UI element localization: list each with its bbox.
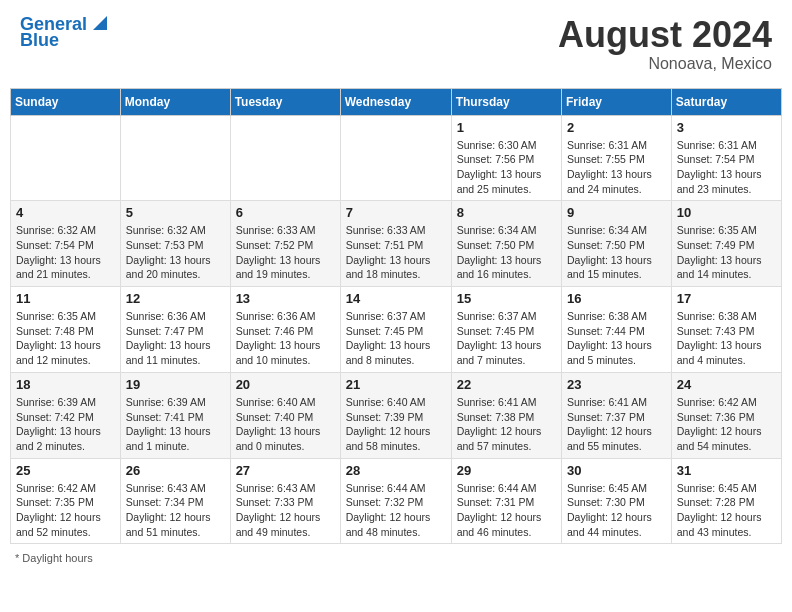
day-info: Sunrise: 6:38 AMSunset: 7:44 PMDaylight:…: [567, 309, 666, 368]
day-info: Sunrise: 6:41 AMSunset: 7:38 PMDaylight:…: [457, 395, 556, 454]
calendar-cell: 11Sunrise: 6:35 AMSunset: 7:48 PMDayligh…: [11, 287, 121, 373]
day-number: 27: [236, 463, 335, 478]
calendar-cell: 7Sunrise: 6:33 AMSunset: 7:51 PMDaylight…: [340, 201, 451, 287]
day-number: 3: [677, 120, 776, 135]
day-number: 19: [126, 377, 225, 392]
day-number: 15: [457, 291, 556, 306]
day-info: Sunrise: 6:42 AMSunset: 7:35 PMDaylight:…: [16, 481, 115, 540]
calendar-cell: [120, 115, 230, 201]
calendar-cell: 19Sunrise: 6:39 AMSunset: 7:41 PMDayligh…: [120, 372, 230, 458]
calendar-cell: 1Sunrise: 6:30 AMSunset: 7:56 PMDaylight…: [451, 115, 561, 201]
day-number: 11: [16, 291, 115, 306]
calendar-cell: 23Sunrise: 6:41 AMSunset: 7:37 PMDayligh…: [562, 372, 672, 458]
day-number: 4: [16, 205, 115, 220]
day-number: 21: [346, 377, 446, 392]
day-info: Sunrise: 6:44 AMSunset: 7:31 PMDaylight:…: [457, 481, 556, 540]
day-number: 1: [457, 120, 556, 135]
day-number: 26: [126, 463, 225, 478]
day-number: 5: [126, 205, 225, 220]
calendar-cell: 6Sunrise: 6:33 AMSunset: 7:52 PMDaylight…: [230, 201, 340, 287]
calendar-cell: 4Sunrise: 6:32 AMSunset: 7:54 PMDaylight…: [11, 201, 121, 287]
day-info: Sunrise: 6:36 AMSunset: 7:47 PMDaylight:…: [126, 309, 225, 368]
calendar-cell: [230, 115, 340, 201]
day-number: 10: [677, 205, 776, 220]
calendar-cell: 15Sunrise: 6:37 AMSunset: 7:45 PMDayligh…: [451, 287, 561, 373]
day-info: Sunrise: 6:30 AMSunset: 7:56 PMDaylight:…: [457, 138, 556, 197]
calendar-day-header: Sunday: [11, 88, 121, 115]
day-number: 20: [236, 377, 335, 392]
calendar-cell: [340, 115, 451, 201]
month-year-title: August 2024: [558, 15, 772, 55]
calendar-day-header: Friday: [562, 88, 672, 115]
calendar-cell: 10Sunrise: 6:35 AMSunset: 7:49 PMDayligh…: [671, 201, 781, 287]
day-info: Sunrise: 6:37 AMSunset: 7:45 PMDaylight:…: [457, 309, 556, 368]
calendar-week-row: 11Sunrise: 6:35 AMSunset: 7:48 PMDayligh…: [11, 287, 782, 373]
calendar-cell: 26Sunrise: 6:43 AMSunset: 7:34 PMDayligh…: [120, 458, 230, 544]
day-info: Sunrise: 6:43 AMSunset: 7:33 PMDaylight:…: [236, 481, 335, 540]
calendar-table: SundayMondayTuesdayWednesdayThursdayFrid…: [10, 88, 782, 545]
day-info: Sunrise: 6:36 AMSunset: 7:46 PMDaylight:…: [236, 309, 335, 368]
day-info: Sunrise: 6:39 AMSunset: 7:42 PMDaylight:…: [16, 395, 115, 454]
day-info: Sunrise: 6:33 AMSunset: 7:52 PMDaylight:…: [236, 223, 335, 282]
calendar-cell: 14Sunrise: 6:37 AMSunset: 7:45 PMDayligh…: [340, 287, 451, 373]
calendar-cell: 24Sunrise: 6:42 AMSunset: 7:36 PMDayligh…: [671, 372, 781, 458]
day-info: Sunrise: 6:35 AMSunset: 7:49 PMDaylight:…: [677, 223, 776, 282]
calendar-cell: 3Sunrise: 6:31 AMSunset: 7:54 PMDaylight…: [671, 115, 781, 201]
day-number: 18: [16, 377, 115, 392]
day-info: Sunrise: 6:37 AMSunset: 7:45 PMDaylight:…: [346, 309, 446, 368]
day-info: Sunrise: 6:44 AMSunset: 7:32 PMDaylight:…: [346, 481, 446, 540]
day-number: 25: [16, 463, 115, 478]
calendar-cell: 22Sunrise: 6:41 AMSunset: 7:38 PMDayligh…: [451, 372, 561, 458]
calendar-cell: 12Sunrise: 6:36 AMSunset: 7:47 PMDayligh…: [120, 287, 230, 373]
day-info: Sunrise: 6:38 AMSunset: 7:43 PMDaylight:…: [677, 309, 776, 368]
calendar-cell: 25Sunrise: 6:42 AMSunset: 7:35 PMDayligh…: [11, 458, 121, 544]
day-number: 17: [677, 291, 776, 306]
day-info: Sunrise: 6:33 AMSunset: 7:51 PMDaylight:…: [346, 223, 446, 282]
calendar-day-header: Thursday: [451, 88, 561, 115]
day-number: 31: [677, 463, 776, 478]
day-number: 9: [567, 205, 666, 220]
day-info: Sunrise: 6:40 AMSunset: 7:39 PMDaylight:…: [346, 395, 446, 454]
day-info: Sunrise: 6:35 AMSunset: 7:48 PMDaylight:…: [16, 309, 115, 368]
calendar-cell: 16Sunrise: 6:38 AMSunset: 7:44 PMDayligh…: [562, 287, 672, 373]
calendar-day-header: Tuesday: [230, 88, 340, 115]
calendar-cell: 17Sunrise: 6:38 AMSunset: 7:43 PMDayligh…: [671, 287, 781, 373]
calendar-week-row: 18Sunrise: 6:39 AMSunset: 7:42 PMDayligh…: [11, 372, 782, 458]
calendar-cell: 20Sunrise: 6:40 AMSunset: 7:40 PMDayligh…: [230, 372, 340, 458]
calendar-cell: [11, 115, 121, 201]
footer-note-text: Daylight hours: [22, 552, 92, 564]
day-number: 23: [567, 377, 666, 392]
day-info: Sunrise: 6:41 AMSunset: 7:37 PMDaylight:…: [567, 395, 666, 454]
calendar-cell: 9Sunrise: 6:34 AMSunset: 7:50 PMDaylight…: [562, 201, 672, 287]
calendar-day-header: Saturday: [671, 88, 781, 115]
header: General Blue August 2024 Nonoava, Mexico: [10, 10, 782, 78]
location-subtitle: Nonoava, Mexico: [558, 55, 772, 73]
calendar-cell: 27Sunrise: 6:43 AMSunset: 7:33 PMDayligh…: [230, 458, 340, 544]
footer-note: * Daylight hours: [10, 552, 782, 564]
day-number: 8: [457, 205, 556, 220]
day-number: 30: [567, 463, 666, 478]
calendar-week-row: 1Sunrise: 6:30 AMSunset: 7:56 PMDaylight…: [11, 115, 782, 201]
day-info: Sunrise: 6:39 AMSunset: 7:41 PMDaylight:…: [126, 395, 225, 454]
day-info: Sunrise: 6:43 AMSunset: 7:34 PMDaylight:…: [126, 481, 225, 540]
day-number: 22: [457, 377, 556, 392]
day-number: 24: [677, 377, 776, 392]
calendar-header-row: SundayMondayTuesdayWednesdayThursdayFrid…: [11, 88, 782, 115]
calendar-cell: 21Sunrise: 6:40 AMSunset: 7:39 PMDayligh…: [340, 372, 451, 458]
calendar-cell: 18Sunrise: 6:39 AMSunset: 7:42 PMDayligh…: [11, 372, 121, 458]
calendar-week-row: 25Sunrise: 6:42 AMSunset: 7:35 PMDayligh…: [11, 458, 782, 544]
day-number: 14: [346, 291, 446, 306]
day-info: Sunrise: 6:34 AMSunset: 7:50 PMDaylight:…: [567, 223, 666, 282]
calendar-day-header: Monday: [120, 88, 230, 115]
day-number: 29: [457, 463, 556, 478]
day-number: 12: [126, 291, 225, 306]
calendar-cell: 8Sunrise: 6:34 AMSunset: 7:50 PMDaylight…: [451, 201, 561, 287]
calendar-week-row: 4Sunrise: 6:32 AMSunset: 7:54 PMDaylight…: [11, 201, 782, 287]
day-info: Sunrise: 6:32 AMSunset: 7:53 PMDaylight:…: [126, 223, 225, 282]
day-number: 28: [346, 463, 446, 478]
logo: General Blue: [20, 15, 111, 51]
day-info: Sunrise: 6:34 AMSunset: 7:50 PMDaylight:…: [457, 223, 556, 282]
day-info: Sunrise: 6:40 AMSunset: 7:40 PMDaylight:…: [236, 395, 335, 454]
calendar-cell: 31Sunrise: 6:45 AMSunset: 7:28 PMDayligh…: [671, 458, 781, 544]
day-number: 16: [567, 291, 666, 306]
